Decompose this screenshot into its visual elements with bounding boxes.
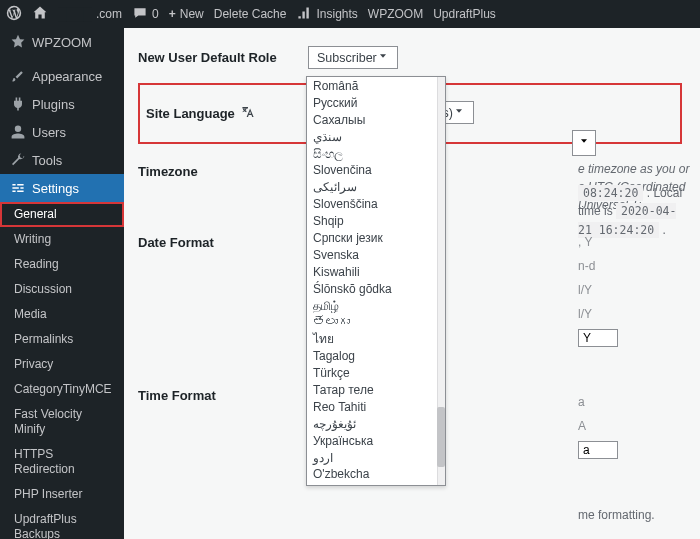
comments-link[interactable]: 0: [132, 5, 159, 24]
new-content[interactable]: +New: [169, 7, 204, 21]
site-language-label: Site Language: [146, 91, 316, 136]
submenu-php-inserter[interactable]: PHP Inserter: [0, 482, 124, 507]
comment-icon: [132, 5, 148, 24]
translate-icon: [241, 105, 255, 122]
default-role-select[interactable]: Subscriber: [308, 46, 398, 69]
language-option[interactable]: Српски језик: [307, 229, 437, 246]
wpzoom-link[interactable]: WPZOOM: [368, 7, 423, 21]
bars-icon: [296, 5, 312, 24]
user-icon: [10, 124, 26, 140]
language-option[interactable]: Slovenščina: [307, 195, 437, 212]
sidebar-item-plugins[interactable]: Plugins: [0, 90, 124, 118]
language-option[interactable]: ไทย: [307, 330, 437, 347]
submenu-writing[interactable]: Writing: [0, 227, 124, 252]
submenu-categorytinymce[interactable]: CategoryTinyMCE: [0, 377, 124, 402]
sidebar-item-settings[interactable]: Settings: [0, 174, 124, 202]
utc-time: 08:24:20: [578, 185, 643, 201]
submenu-updraftplus-backups[interactable]: UpdraftPlus Backups: [0, 507, 124, 539]
submenu-fast-velocity-minify[interactable]: Fast Velocity Minify: [0, 402, 124, 442]
language-option[interactable]: O'zbekcha: [307, 465, 437, 482]
wordpress-icon: [6, 5, 22, 24]
language-option[interactable]: සිංහල: [307, 145, 437, 162]
brush-icon: [10, 68, 26, 84]
submenu-privacy[interactable]: Privacy: [0, 352, 124, 377]
wrench-icon: [10, 152, 26, 168]
sidebar-brand[interactable]: WPZOOM: [0, 28, 124, 56]
sidebar-item-users[interactable]: Users: [0, 118, 124, 146]
language-option[interactable]: Slovenčina: [307, 161, 437, 178]
chevron-down-icon: [377, 50, 389, 65]
time-format-label: Time Format: [138, 374, 308, 417]
submenu-general[interactable]: General: [0, 202, 124, 227]
insights[interactable]: Insights: [296, 5, 357, 24]
language-option[interactable]: தமிழ்: [307, 297, 437, 314]
submenu-media[interactable]: Media: [0, 302, 124, 327]
dropdown-scrollbar[interactable]: [437, 77, 445, 485]
language-option[interactable]: Svenska: [307, 246, 437, 263]
language-option[interactable]: اردو: [307, 449, 437, 466]
delete-cache[interactable]: Delete Cache: [214, 7, 287, 21]
submenu-permalinks[interactable]: Permalinks: [0, 327, 124, 352]
language-option[interactable]: Сахалыы: [307, 111, 437, 128]
language-option[interactable]: Kiswahili: [307, 263, 437, 280]
language-option[interactable]: Türkçe: [307, 364, 437, 381]
default-role-label: New User Default Role: [138, 36, 308, 79]
timezone-select-chevron[interactable]: [572, 130, 596, 156]
language-option[interactable]: سنڌي: [307, 128, 437, 145]
admin-toolbar: ████.com 0 +New Delete Cache Insights WP…: [0, 0, 700, 28]
star-icon: [10, 34, 26, 50]
plug-icon: [10, 96, 26, 112]
language-option[interactable]: Reo Tahiti: [307, 398, 437, 415]
date-format-custom-input[interactable]: [578, 329, 618, 347]
sidebar-item-tools[interactable]: Tools: [0, 146, 124, 174]
language-option[interactable]: Română: [307, 77, 437, 94]
language-option[interactable]: ئۇيغۇرچە: [307, 415, 437, 432]
sidebar-item-appearance[interactable]: Appearance: [0, 62, 124, 90]
submenu-discussion[interactable]: Discussion: [0, 277, 124, 302]
admin-sidebar: WPZOOM Appearance Plugins Users Tools Se…: [0, 28, 124, 539]
submenu-https-redirection[interactable]: HTTPS Redirection: [0, 442, 124, 482]
date-format-label: Date Format: [138, 221, 308, 264]
settings-submenu: General Writing Reading Discussion Media…: [0, 202, 124, 539]
site-domain[interactable]: ████.com: [58, 7, 122, 21]
language-option[interactable]: తెలుగు: [307, 313, 437, 330]
sliders-icon: [10, 180, 26, 196]
updraft-link[interactable]: UpdraftPlus: [433, 7, 496, 21]
time-format-custom-input[interactable]: [578, 441, 618, 459]
language-option[interactable]: Tiếng Việt: [307, 482, 437, 485]
wp-logo[interactable]: [6, 5, 22, 24]
scrollbar-thumb[interactable]: [437, 407, 445, 467]
language-option[interactable]: Русский: [307, 94, 437, 111]
chevron-down-icon: [453, 105, 465, 120]
language-option[interactable]: Українська: [307, 432, 437, 449]
timezone-label: Timezone: [138, 150, 308, 193]
language-option[interactable]: Татар теле: [307, 381, 437, 398]
submenu-reading[interactable]: Reading: [0, 252, 124, 277]
language-option[interactable]: Shqip: [307, 212, 437, 229]
language-option[interactable]: سرائیکی: [307, 178, 437, 195]
site-language-dropdown[interactable]: RomânăРусскийСахалыыسنڌيසිංහලSlovenčinaس…: [306, 76, 446, 486]
language-option[interactable]: Tagalog: [307, 347, 437, 364]
language-option[interactable]: Ślōnskŏ gŏdka: [307, 280, 437, 297]
home-icon[interactable]: [32, 5, 48, 24]
